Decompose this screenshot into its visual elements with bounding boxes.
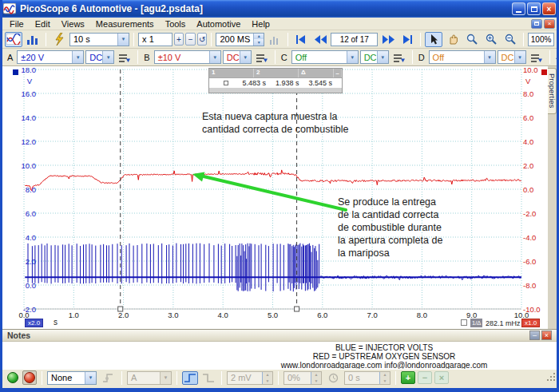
time-ruler-handle[interactable]	[295, 307, 299, 311]
spin-down-icon[interactable]: ▼	[254, 39, 264, 46]
sample-count-value: 200 MS	[216, 34, 253, 44]
ruler-legend[interactable]: 1 2 Δ – 5.483 s 1.938 s 3.545 s	[208, 68, 343, 93]
chevron-down-icon[interactable]: ▼	[514, 51, 525, 63]
start-capture-button[interactable]	[6, 370, 20, 385]
document-close-button[interactable]: ×	[544, 19, 555, 29]
resize-grip[interactable]	[547, 370, 556, 385]
ruler-row-handle[interactable]	[209, 81, 243, 85]
next-icon	[383, 35, 394, 44]
notes-minimize-button[interactable]: –	[529, 331, 540, 340]
channel-d-options-button[interactable]	[528, 49, 545, 65]
channel-coupling-value: DC	[86, 53, 102, 62]
zoom-increase-button[interactable]: +	[174, 33, 184, 46]
ruler-col-2-header: 2	[254, 69, 299, 77]
rising-edge-icon	[184, 373, 196, 383]
timebase-select[interactable]: 10 s▼	[69, 33, 129, 46]
document-restore-button[interactable]	[531, 19, 542, 29]
chevron-down-icon[interactable]: ▼	[240, 51, 251, 63]
delete-measurement-button: ×	[434, 371, 449, 384]
scope-view[interactable]: 18.016.014.012.010.08.06.04.02.00.0-2.0V…	[2, 66, 548, 329]
sample-count-spinner[interactable]: 200 MS▲▼	[216, 33, 264, 46]
first-buffer-button[interactable]	[292, 32, 310, 47]
right-axis-scale-badge[interactable]: x1.0	[521, 319, 540, 327]
channel-a-coupling-select[interactable]: DC▼	[85, 50, 114, 64]
chevron-down-icon[interactable]: ▼	[484, 51, 495, 63]
spin-down-icon: ▼	[263, 378, 272, 384]
channel-c-options-button[interactable]	[391, 49, 408, 65]
chevron-down-icon[interactable]: ▼	[72, 51, 83, 63]
channel-options-icon	[256, 52, 268, 63]
chevron-down-icon[interactable]: ▼	[209, 51, 220, 63]
menu-item-edit[interactable]: Edit	[30, 18, 56, 30]
previous-buffer-button[interactable]	[311, 32, 329, 47]
next-buffer-button[interactable]	[379, 32, 397, 47]
channel-c-range-select[interactable]: Off▼	[291, 50, 359, 64]
menu-item-measurements[interactable]: Measurements	[90, 18, 160, 30]
channel-c-coupling-select[interactable]: DC▼	[360, 50, 389, 64]
spin-up-icon[interactable]: ▲	[254, 34, 264, 40]
chevron-down-icon[interactable]: ▼	[102, 51, 113, 63]
channel-b-range-select[interactable]: ±10 V▼	[154, 50, 221, 64]
menu-item-automotive[interactable]: Automotive	[191, 18, 246, 30]
zoom-select-button[interactable]	[463, 32, 481, 47]
waveform-plot	[2, 66, 548, 329]
notes-body[interactable]: BLUE = INJECTOR VOLTS RED = UPSTREAM OXY…	[2, 342, 557, 369]
zoom-factor-box[interactable]: x 1	[138, 33, 172, 46]
frequency-legend-label: 1/Δ	[470, 319, 482, 327]
rising-edge-button[interactable]	[182, 371, 198, 385]
properties-tab[interactable]: Properties	[548, 68, 557, 114]
zoom-in-button[interactable]	[482, 32, 500, 47]
grip-dots-icon	[547, 373, 556, 382]
channel-c-label: C	[280, 53, 290, 62]
right-axis-handle[interactable]	[541, 69, 547, 75]
left-axis-tick: 12.0	[2, 137, 36, 146]
minimize-button[interactable]	[512, 2, 525, 15]
advanced-trigger-button	[99, 370, 117, 386]
zoom-decrease-button[interactable]: −	[185, 33, 196, 46]
ruler-values-row: 5.483 s 1.938 s 3.545 s	[209, 77, 342, 88]
zoom-reset-button[interactable]: ↺	[197, 33, 208, 46]
zoom-out-button[interactable]	[502, 32, 519, 47]
chevron-down-icon[interactable]: ▼	[117, 34, 129, 46]
chevron-down-icon[interactable]: ▼	[377, 51, 388, 63]
zoom-percent-box[interactable]: 100%	[528, 33, 554, 46]
menu-item-tools[interactable]: Tools	[160, 18, 192, 30]
scope-view-button[interactable]	[5, 32, 22, 47]
right-axis-tick: 8.0	[523, 89, 533, 98]
left-axis-tick: 0.0	[2, 281, 36, 290]
frequency-legend-checkbox[interactable]	[461, 319, 467, 326]
channel-b-coupling-select[interactable]: DC▼	[223, 50, 252, 64]
notes-close-button[interactable]: ×	[541, 331, 552, 340]
channel-a-range-select[interactable]: ±20 V▼	[17, 50, 84, 64]
stop-capture-button[interactable]	[22, 370, 37, 385]
chevron-down-icon[interactable]: ▼	[347, 51, 358, 63]
signal-generator-button[interactable]	[554, 49, 559, 65]
channel-a-options-button[interactable]	[116, 49, 133, 65]
spectrum-view-button[interactable]	[24, 32, 42, 47]
channel-b-options-button[interactable]	[253, 49, 271, 65]
menu-bar: FileEditViewsMeasurementsToolsAutomotive…	[2, 18, 557, 30]
buffer-position-box[interactable]: 12 of 17	[331, 33, 378, 46]
menu-item-views[interactable]: Views	[56, 18, 90, 30]
pointer-tool-button[interactable]	[425, 32, 442, 47]
maximize-button[interactable]	[527, 2, 541, 15]
ruler-legend-close-icon[interactable]: –	[334, 69, 342, 77]
trace-injector-pulses	[28, 244, 319, 292]
auto-setup-button[interactable]	[50, 32, 68, 47]
trigger-mode-select[interactable]: None▼	[47, 371, 97, 385]
left-axis-handle[interactable]	[13, 69, 18, 75]
menu-item-help[interactable]: Help	[246, 18, 276, 30]
first-icon	[295, 35, 307, 44]
left-axis-scale-badge[interactable]: x2.0	[25, 319, 43, 327]
magnifier-icon	[466, 34, 478, 45]
chevron-down-icon[interactable]: ▼	[85, 372, 96, 384]
x-axis-tick: 1.0	[61, 311, 85, 319]
channel-d-range-select[interactable]: Off▼	[429, 50, 496, 64]
channel-range-value: ±20 V	[18, 53, 72, 62]
close-button[interactable]: ×	[542, 2, 556, 15]
menu-item-file[interactable]: File	[4, 18, 30, 30]
hand-tool-button[interactable]	[444, 32, 462, 47]
channel-d-coupling-select[interactable]: DC▼	[498, 50, 526, 64]
last-buffer-button[interactable]	[398, 32, 416, 47]
add-measurement-button[interactable]: +	[401, 371, 415, 384]
